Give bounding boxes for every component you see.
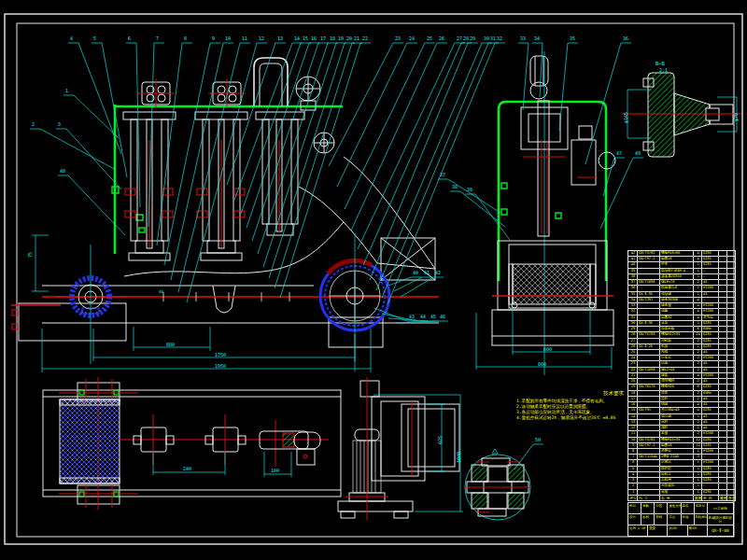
bom-cell: Q235 [702, 467, 719, 471]
bom-cell: 4 [694, 373, 702, 378]
balloon-number: 12 [259, 36, 264, 41]
balloon-number: 1 [65, 89, 68, 93]
bom-cell: — [702, 455, 719, 459]
bom-cell [727, 332, 735, 337]
bom-cell: 2 [694, 379, 702, 384]
bom-cell [719, 315, 727, 320]
bom-cell [638, 361, 660, 366]
bom-cell: 45 [702, 397, 719, 401]
title-block-right: ××工学院 机械设计课程设计 QX-Ⅱ-00 [708, 503, 733, 536]
bom-cell: Q235 [702, 490, 719, 495]
bom-cell: 29 [628, 327, 638, 331]
bom-cell [719, 478, 727, 483]
plan-view [43, 377, 341, 510]
balloon-number: 37 [440, 173, 445, 177]
bom-cell [638, 339, 660, 343]
balloon-number: 16 [311, 36, 317, 41]
bom-cell: Q235 [702, 262, 719, 267]
dimension-label: 100 [271, 469, 279, 473]
notes-title: 技术要求 [572, 390, 655, 397]
tb-cell: 批准 [682, 514, 695, 525]
bom-cell: Q235 [702, 339, 719, 343]
bom-cell: 1 [694, 262, 702, 267]
bom-cell: GB/T297 [638, 298, 660, 302]
bom-cell [727, 356, 735, 360]
bom-header-cell: 名 称 [660, 496, 694, 500]
bom-cell: 轴承座 [660, 303, 694, 308]
bom-cell: 4 [628, 472, 638, 477]
bom-cell [727, 385, 735, 389]
bom-cell: 螺栓M10×30 [660, 438, 694, 442]
bom-cell: Q235 [702, 408, 719, 413]
bom-cell [727, 286, 735, 290]
bom-cell: 35 [628, 292, 638, 297]
bom-cell [638, 315, 660, 320]
bom-cell [638, 350, 660, 355]
bom-cell: 出料槽 [660, 478, 694, 483]
balloon-number: 39 [467, 188, 472, 192]
balloon-number: 47 [616, 151, 622, 156]
bom-cell: HT200 [702, 373, 719, 378]
bom-cell [719, 274, 727, 279]
balloon-number: 20 [346, 36, 352, 41]
bom-cell: 2 [694, 368, 702, 372]
bom-cell: 10 [628, 438, 638, 442]
balloon-number: 48 [60, 169, 65, 174]
bom-cell [719, 339, 727, 343]
bom-cell: V带B-2240 [660, 455, 694, 459]
bom-cell: 20 [628, 379, 638, 384]
balloon-number: 22 [362, 36, 368, 41]
bom-cell: 支座 [660, 431, 694, 436]
left-wheel [56, 245, 126, 364]
bom-cell [719, 257, 727, 261]
balloon-number: 38 [452, 185, 458, 189]
balloon-number: 4 [70, 36, 73, 41]
bom-cell: 4 [694, 257, 702, 261]
bom-cell: HT200 [702, 449, 719, 454]
bom-cell [727, 483, 735, 488]
tb-cell: 第1张 [688, 525, 707, 536]
balloon-number: 41 [424, 271, 430, 275]
bom-cell [727, 350, 735, 355]
bom-cell: 3 [694, 455, 702, 459]
balloon-number: 15 [303, 36, 308, 41]
bom-table: 42GB/T5782螺栓M16×604Q23541GB/T97.1垫圈164Q2… [627, 250, 736, 501]
bom-header-cell: 备注 [727, 496, 735, 500]
bom-cell [727, 298, 735, 302]
balloon-number: 13 [277, 36, 283, 41]
bom-cell [727, 391, 735, 396]
bom-cell: 减速器ZQ350 [660, 274, 694, 279]
balloon-number: 18 [330, 36, 335, 41]
bom-cell: 端盖 [660, 309, 694, 314]
section-detail [464, 449, 531, 520]
dimension-label: φ165 [624, 112, 628, 123]
balloon-number: 19 [338, 36, 344, 41]
bom-cell: 39 [628, 269, 638, 273]
bom-cell: 筒体衬板 [660, 327, 694, 331]
bom-cell [638, 373, 660, 378]
bom-cell: Q235 [702, 321, 719, 326]
balloon-number: 11 [242, 36, 247, 41]
bom-cell: HT200 [702, 303, 719, 308]
tb-cell: 比例 1:10 [628, 525, 648, 536]
bom-cell [719, 321, 727, 326]
bom-cell: 2 [694, 350, 702, 355]
bom-cell: 2 [694, 391, 702, 396]
bom-cell [638, 460, 660, 465]
bom-cell: 6 [694, 327, 702, 331]
bom-cell [719, 286, 727, 290]
bom-cell: 45 [702, 292, 719, 297]
bom-cell: QX-Ⅱ-35 [638, 292, 660, 297]
bom-cell: 9 [628, 443, 638, 448]
bom-cell [727, 251, 735, 256]
tb-cell: 签名 [682, 503, 695, 513]
bom-cell: 21 [628, 373, 638, 378]
bom-cell: 螺栓M12×35 [660, 332, 694, 337]
bom-cell [719, 368, 727, 372]
bom-cell: — [702, 483, 719, 488]
bom-cell [719, 397, 727, 401]
bom-cell: 1 [694, 414, 702, 419]
bom-cell: 2 [694, 420, 702, 425]
bom-cell: 1 [628, 490, 638, 495]
bom-cell: Q235 [702, 251, 719, 256]
